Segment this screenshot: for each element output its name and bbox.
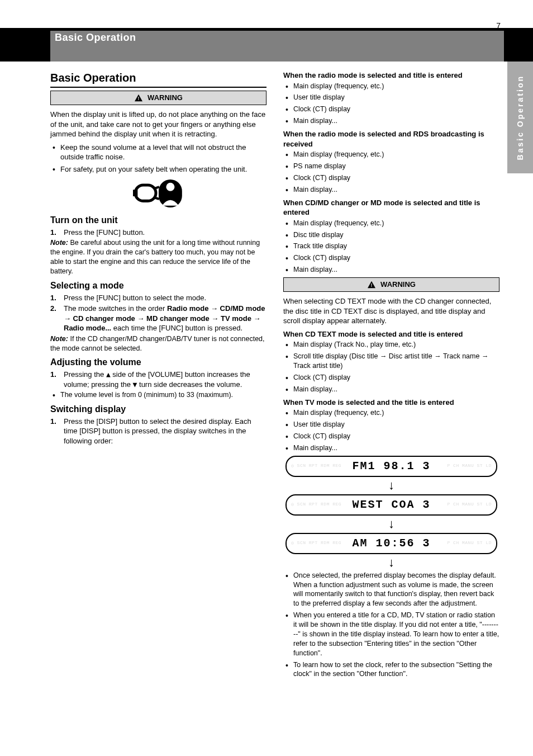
list-item: User title display: [283, 93, 499, 102]
step-text: Press the [DISP] button to select the de…: [64, 417, 266, 446]
note-label: Note:: [50, 239, 68, 247]
step-text: Press the [FUNC] button to select the mo…: [64, 293, 206, 303]
list-item: Main display...: [283, 385, 499, 394]
lcd-display-2: ◎ SCN RPT RDM REGP CH MANU ST LD WEST CO…: [285, 494, 497, 516]
subheading-switch-display: Switching display: [50, 403, 266, 415]
warning-label: WARNING: [380, 280, 416, 290]
warning-label: WARNING: [147, 93, 183, 103]
note-label: Note:: [50, 335, 68, 343]
subheading-turn-on: Turn on the unit: [50, 214, 266, 226]
mini-heading-tv: When TV mode is selected and the title i…: [283, 398, 499, 408]
list-item: Main display...: [283, 443, 499, 453]
note-text: Be careful about using the unit for a lo…: [50, 239, 260, 275]
svg-rect-4: [135, 185, 156, 201]
warning-triangle-icon: !: [367, 281, 376, 289]
warning-text-1: When the display unit is lifted up, do n…: [50, 110, 266, 139]
list-item: Clock (CT) display: [283, 253, 499, 263]
subheading-select-mode: Selecting a mode: [50, 280, 266, 292]
note-text: If the CD changer/MD changer/DAB/TV tune…: [50, 335, 265, 352]
list-item: Main display (frequency, etc.): [283, 219, 499, 228]
warning-bullet-2: For safety, put on your safety belt when…: [50, 164, 266, 174]
page-title: Basic Operation: [55, 31, 136, 44]
list-item: Main display (frequency, etc.): [283, 408, 499, 418]
svg-text:!: !: [138, 96, 140, 101]
step-text: Pressing the ▲ side of the [VOLUME] butt…: [64, 370, 266, 389]
note: Note: Be careful about using the unit fo…: [50, 238, 266, 276]
list-item: Clock (CT) display: [283, 105, 499, 114]
mini-heading-radio: When the radio mode is selected and titl…: [283, 70, 499, 81]
warning-box: ! WARNING: [50, 91, 266, 105]
svg-point-3: [166, 183, 174, 191]
list-item: Main display (Track No., play time, etc.…: [283, 340, 499, 349]
list-item: Disc title display: [283, 230, 499, 240]
list-item: User title display: [283, 420, 499, 429]
step-text: The mode switches in the order Radio mod…: [64, 304, 266, 333]
lcd-text: WEST COA 3: [292, 497, 491, 512]
side-tab: Basic Operation: [507, 28, 533, 173]
volume-range-bullet: The volume level is from 0 (minimum) to …: [50, 390, 266, 400]
mini-heading-cdmd: When CD/MD changer or MD mode is selecte…: [283, 198, 499, 218]
step-number: 2.: [50, 304, 60, 333]
lcd-text: AM 10:56 3: [292, 536, 491, 551]
seatbelt-icon: [50, 176, 266, 211]
lcd-text: FM1 98.1 3: [292, 459, 491, 474]
list-item: Track title display: [283, 242, 499, 251]
arrow-down-icon: ↓: [283, 518, 499, 530]
step-number: 1.: [50, 293, 60, 303]
side-tab-label: Basic Operation: [515, 75, 526, 160]
step-number: 1.: [50, 228, 60, 238]
list-item: Main display (frequency, etc.): [283, 150, 499, 159]
svg-rect-5: [133, 190, 137, 197]
list-item: Clock (CT) display: [283, 173, 499, 183]
arrow-down-icon: ↓: [283, 556, 499, 569]
list-item: Clock (CT) display: [283, 432, 499, 441]
list-item: Main display...: [283, 185, 499, 195]
mini-heading-rds: When the radio mode is selected and RDS …: [283, 129, 499, 149]
lcd-display-1: ◎ SCN RPT RDM REGP CH MANU ST LD FM1 98.…: [285, 456, 497, 477]
arrow-down-icon: ↓: [283, 479, 499, 492]
section-heading: Basic Operation: [50, 67, 266, 88]
mini-heading-cdtext: When CD TEXT mode is selected and title …: [283, 329, 499, 339]
list-item: Main display...: [283, 265, 499, 275]
footnote-bullet-3: To learn how to set the clock, refer to …: [283, 660, 499, 679]
list-item: Main display (frequency, etc.): [283, 82, 499, 91]
list-item: Clock (CT) display: [283, 373, 499, 382]
step-number: 1.: [50, 370, 60, 389]
warning-text: When selecting CD TEXT mode with the CD …: [283, 296, 499, 326]
list-item: Main display...: [283, 116, 499, 126]
subheading-volume: Adjusting the volume: [50, 356, 266, 368]
warning-triangle-icon: !: [134, 94, 143, 102]
step-text: Press the [FUNC] button.: [64, 228, 145, 238]
svg-text:!: !: [371, 282, 373, 288]
warning-bullet-1: Keep the sound volume at a level that wi…: [50, 143, 266, 162]
list-item: Scroll title display (Disc title → Disc …: [283, 352, 499, 371]
warning-box: ! WARNING: [283, 277, 499, 292]
note: Note: If the CD changer/MD changer/DAB/T…: [50, 334, 266, 353]
lcd-display-3: ◎ SCN RPT RDM REGP CH MANU ST LD AM 10:5…: [285, 533, 497, 554]
footnote-bullet-2: When you entered a title for a CD, MD, T…: [283, 611, 499, 658]
page-number: 7: [496, 21, 501, 31]
step-number: 1.: [50, 417, 60, 446]
footnote-bullet-1: Once selected, the preferred display bec…: [283, 571, 499, 609]
list-item: PS name display: [283, 162, 499, 171]
